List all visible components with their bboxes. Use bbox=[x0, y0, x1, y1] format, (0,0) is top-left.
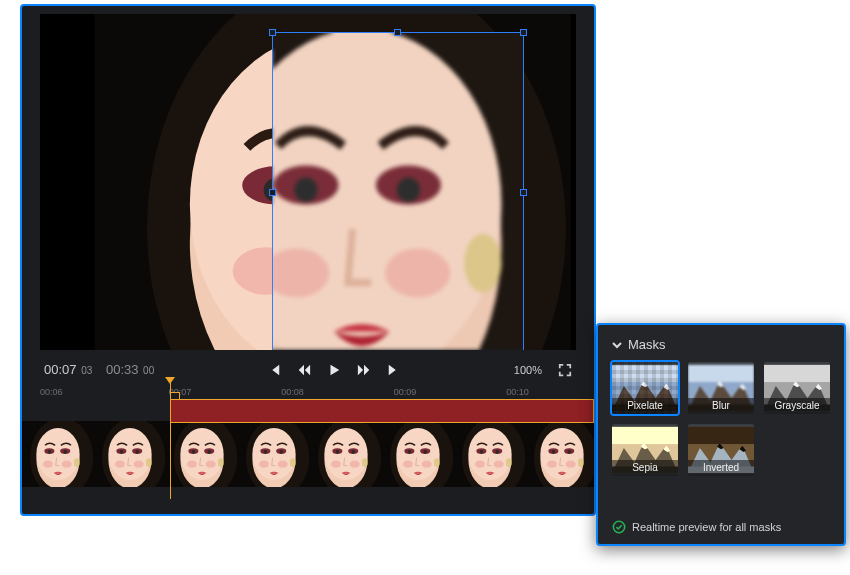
effect-clip[interactable] bbox=[170, 399, 594, 423]
timeline-thumb bbox=[238, 421, 310, 487]
masks-footer-text: Realtime preview for all masks bbox=[632, 521, 781, 533]
editor-window: 00:07 03 00:33 00 100% 00:06 00:07 0 bbox=[20, 4, 596, 516]
masks-panel: Masks Pixelate Blur Grayscale Sepia Inve… bbox=[596, 323, 846, 546]
chevron-down-icon bbox=[612, 340, 622, 350]
mask-blur[interactable]: Blur bbox=[688, 362, 754, 414]
masks-panel-header[interactable]: Masks bbox=[612, 337, 830, 352]
skip-back-icon[interactable] bbox=[267, 363, 281, 377]
timeline-ruler[interactable]: 00:06 00:07 00:08 00:09 00:10 bbox=[22, 383, 594, 419]
masks-footer: Realtime preview for all masks bbox=[612, 520, 830, 534]
fast-forward-icon[interactable] bbox=[357, 363, 371, 377]
mask-pixelate[interactable]: Pixelate bbox=[612, 362, 678, 414]
timeline-thumb bbox=[526, 421, 594, 487]
timeline-thumb bbox=[166, 421, 238, 487]
mask-label: Sepia bbox=[612, 460, 678, 476]
total-time: 00:33 bbox=[106, 362, 139, 377]
check-circle-icon bbox=[612, 520, 626, 534]
playback-controls-bar: 00:07 03 00:33 00 100% bbox=[22, 350, 594, 383]
mask-label: Blur bbox=[688, 398, 754, 414]
mask-sepia[interactable]: Sepia bbox=[612, 424, 678, 476]
timeline-thumb bbox=[310, 421, 382, 487]
mask-grayscale[interactable]: Grayscale bbox=[764, 362, 830, 414]
mask-label: Pixelate bbox=[612, 398, 678, 414]
timeline-thumb bbox=[382, 421, 454, 487]
timeline-thumb bbox=[22, 421, 94, 487]
mask-inverted[interactable]: Inverted bbox=[688, 424, 754, 476]
total-frames: 00 bbox=[143, 365, 154, 376]
clip-handle-left[interactable] bbox=[170, 392, 180, 400]
time-readout: 00:07 03 00:33 00 bbox=[44, 362, 154, 377]
rewind-icon[interactable] bbox=[297, 363, 311, 377]
timeline-thumb bbox=[454, 421, 526, 487]
fullscreen-icon[interactable] bbox=[558, 363, 572, 377]
current-frames: 03 bbox=[81, 365, 92, 376]
thumbnail-strip[interactable] bbox=[22, 421, 594, 487]
playhead[interactable] bbox=[170, 383, 171, 499]
masks-title: Masks bbox=[628, 337, 666, 352]
mask-label: Inverted bbox=[688, 460, 754, 476]
zoom-level[interactable]: 100% bbox=[514, 364, 542, 376]
play-icon[interactable] bbox=[327, 363, 341, 377]
video-preview bbox=[40, 14, 576, 350]
timeline-thumb bbox=[94, 421, 166, 487]
ruler-tick: 00:08 bbox=[281, 387, 304, 397]
ruler-tick: 00:10 bbox=[506, 387, 529, 397]
mask-label: Grayscale bbox=[764, 398, 830, 414]
ruler-tick: 00:06 bbox=[40, 387, 63, 397]
ruler-tick: 00:09 bbox=[394, 387, 417, 397]
current-time: 00:07 bbox=[44, 362, 77, 377]
skip-forward-icon[interactable] bbox=[387, 363, 401, 377]
